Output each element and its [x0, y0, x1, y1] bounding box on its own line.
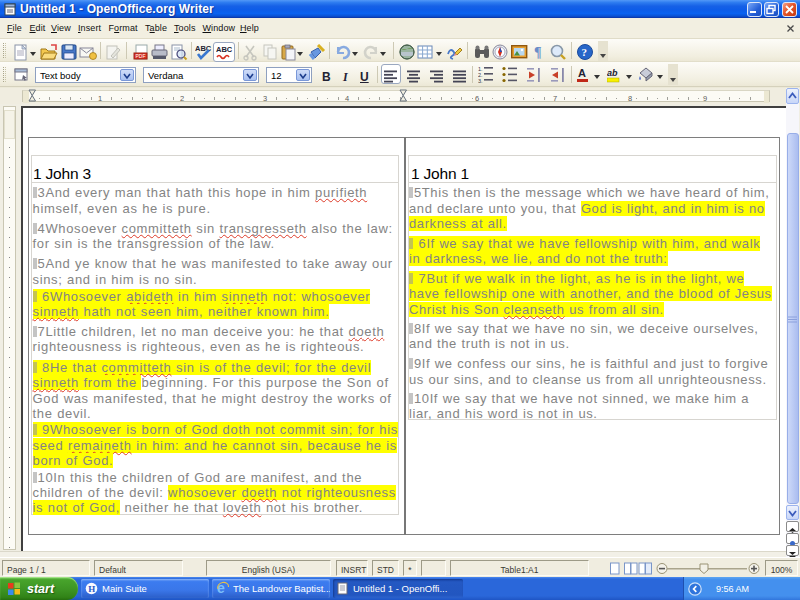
svg-text:ABC: ABC	[216, 45, 233, 54]
svg-text:PDF: PDF	[136, 53, 146, 59]
svg-text:ABC: ABC	[195, 44, 212, 53]
svg-text:3.: 3.	[478, 78, 483, 84]
svg-text:ab: ab	[607, 68, 618, 78]
svg-text:A: A	[578, 67, 586, 79]
svg-text:H: H	[88, 584, 95, 594]
svg-text:?: ?	[582, 46, 588, 58]
svg-text:¶: ¶	[534, 45, 542, 60]
